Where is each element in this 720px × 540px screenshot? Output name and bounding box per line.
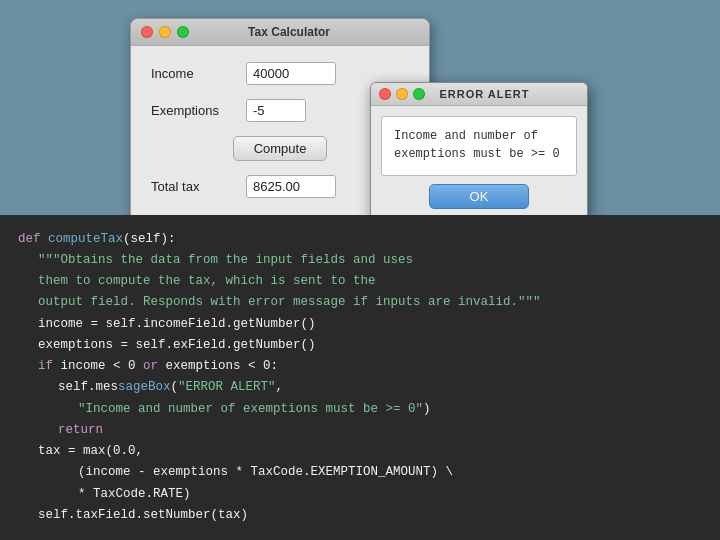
code-line-1: def computeTax(self):: [18, 229, 702, 250]
error-titlebar: ERROR ALERT: [371, 83, 587, 106]
code-line-11: tax = max(0.0,: [38, 441, 702, 462]
income-row: Income: [151, 62, 409, 85]
compute-button[interactable]: Compute: [233, 136, 328, 161]
window-close-btn[interactable]: [141, 26, 153, 38]
code-line-4: output field. Responds with error messag…: [38, 292, 702, 313]
code-line-5: income = self.incomeField.getNumber(): [38, 314, 702, 335]
code-line-13: * TaxCode.RATE): [78, 484, 702, 505]
code-line-8: self.messageBox("ERROR ALERT",: [58, 377, 702, 398]
code-line-9: "Income and number of exemptions must be…: [78, 399, 702, 420]
error-dialog: ERROR ALERT Income and number of exempti…: [370, 82, 588, 220]
code-line-2: """Obtains the data from the input field…: [38, 250, 702, 271]
code-line-7: if income < 0 or exemptions < 0:: [38, 356, 702, 377]
tax-window-titlebar: Tax Calculator: [131, 19, 429, 46]
code-line-6: exemptions = self.exField.getNumber(): [38, 335, 702, 356]
code-panel: def computeTax(self): """Obtains the dat…: [0, 215, 720, 541]
error-message-line1: Income and number of: [394, 129, 538, 143]
error-message-box: Income and number of exemptions must be …: [381, 116, 577, 176]
income-label: Income: [151, 66, 246, 81]
error-dialog-title: ERROR ALERT: [390, 88, 579, 100]
error-message-line2: exemptions must be >= 0: [394, 147, 560, 161]
code-line-12: (income - exemptions * TaxCode.EXEMPTION…: [78, 462, 702, 483]
ok-button[interactable]: OK: [429, 184, 530, 209]
code-line-3: them to compute the tax, which is sent t…: [38, 271, 702, 292]
total-tax-value[interactable]: [246, 175, 336, 198]
total-tax-label: Total tax: [151, 179, 246, 194]
tax-window-title: Tax Calculator: [159, 25, 419, 39]
income-input[interactable]: [246, 62, 336, 85]
exemptions-input[interactable]: [246, 99, 306, 122]
exemptions-label: Exemptions: [151, 103, 246, 118]
code-line-10: return: [58, 420, 702, 441]
code-line-14: self.taxField.setNumber(tax): [38, 505, 702, 526]
